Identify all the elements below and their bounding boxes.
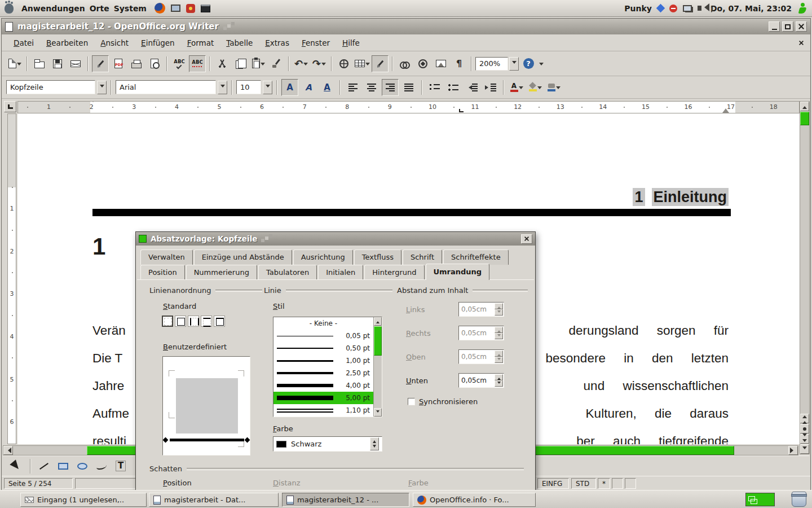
hyperlink-button[interactable] <box>336 55 352 72</box>
line-style-option[interactable]: 1,00 pt <box>273 354 373 367</box>
close-button[interactable] <box>796 21 807 32</box>
toolbar-overflow-icon[interactable] <box>539 63 544 68</box>
workspace-switcher[interactable] <box>745 493 775 506</box>
tab-verwalten[interactable]: Verwalten <box>140 249 193 265</box>
chevron-down-icon[interactable] <box>556 86 561 91</box>
zoom-input[interactable]: 200% <box>475 57 508 71</box>
clock[interactable]: Do, 07. Mai, 23:02 <box>710 4 792 13</box>
numbered-list-button[interactable] <box>426 79 443 96</box>
insert-table-button[interactable] <box>354 55 370 72</box>
panel-menu-item[interactable]: Anwendungen <box>19 4 87 13</box>
window-titlebar[interactable]: magisterarbeit_12 - OpenOffice.org Write… <box>2 19 810 34</box>
panel-menu-item[interactable]: System <box>112 4 149 13</box>
decrease-indent-button[interactable] <box>464 79 480 96</box>
save-button[interactable] <box>49 55 66 72</box>
bold-button[interactable]: A <box>281 79 298 96</box>
line-tool-button[interactable] <box>36 458 52 475</box>
font-color-button[interactable]: A <box>508 79 525 96</box>
scroll-up-button[interactable] <box>374 317 382 326</box>
first-line-indent-marker[interactable] <box>90 101 96 113</box>
run-application-icon[interactable] <box>797 3 807 14</box>
scroll-down-button[interactable] <box>374 408 382 417</box>
preset-no-border[interactable] <box>162 316 173 327</box>
increase-indent-button[interactable] <box>482 79 499 96</box>
preset-top-bottom-border[interactable] <box>201 316 212 327</box>
line-color-select[interactable]: Schwarz <box>273 436 382 452</box>
scroll-right-button[interactable] <box>788 446 798 455</box>
size-dropdown-button[interactable] <box>263 81 272 94</box>
spin-up-button[interactable] <box>495 374 503 380</box>
chevron-down-icon[interactable] <box>261 63 265 68</box>
left-indent-marker[interactable] <box>96 101 103 113</box>
new-document-button[interactable] <box>6 55 23 72</box>
navigator-button[interactable] <box>414 55 431 72</box>
ellipse-tool-button[interactable] <box>74 458 91 475</box>
line-style-option-selected[interactable]: 5,00 pt <box>273 392 373 404</box>
background-color-button[interactable] <box>545 79 562 96</box>
taskbar-item-mail[interactable]: Eingang (1 ungelesen,.. <box>20 493 147 507</box>
right-indent-marker[interactable] <box>722 105 729 113</box>
indent-marker[interactable] <box>90 102 103 113</box>
open-button[interactable] <box>31 55 48 72</box>
find-replace-button[interactable] <box>396 55 413 72</box>
list-scroll-thumb[interactable] <box>374 326 382 356</box>
page-preview-button[interactable] <box>146 55 163 72</box>
close-document-icon[interactable] <box>798 40 804 46</box>
scroll-left-button[interactable] <box>3 446 13 455</box>
spin-down-button[interactable] <box>495 380 503 387</box>
trash-icon[interactable] <box>792 492 806 507</box>
preset-box-border[interactable] <box>175 316 186 327</box>
tab-type-selector[interactable] <box>4 101 16 112</box>
cut-button[interactable] <box>214 55 231 72</box>
tab-textfluss[interactable]: Textfluss <box>354 249 401 265</box>
chevron-down-icon[interactable] <box>537 86 542 91</box>
menu-item[interactable]: Tabelle <box>220 36 259 50</box>
firefox-launcher-icon[interactable] <box>155 3 165 14</box>
line-style-option[interactable]: 4,00 pt <box>273 379 373 392</box>
align-left-button[interactable] <box>345 79 361 96</box>
email-button[interactable] <box>67 55 84 72</box>
chevron-down-icon[interactable] <box>519 86 523 91</box>
tab-schrift[interactable]: Schrift <box>403 249 442 265</box>
monitor-launcher-icon[interactable] <box>171 5 180 12</box>
font-dropdown-button[interactable] <box>218 81 227 94</box>
format-paintbrush-button[interactable] <box>268 55 285 72</box>
menu-item[interactable]: Fenster <box>295 36 336 50</box>
label-synchronize[interactable]: Synchronisieren <box>419 397 478 406</box>
tab-initialen[interactable]: Initialen <box>318 265 363 280</box>
freeform-tool-button[interactable] <box>93 458 110 475</box>
notification-icon[interactable] <box>656 4 665 13</box>
tab-hintergrund[interactable]: Hintergrund <box>364 265 424 280</box>
align-right-button[interactable] <box>382 79 399 96</box>
font-name-input[interactable]: Arial <box>116 80 216 94</box>
menu-item[interactable]: Bearbeiten <box>40 36 94 50</box>
maximize-button[interactable] <box>782 21 793 32</box>
tab-tabulatoren[interactable]: Tabulatoren <box>258 265 317 280</box>
navigation-button[interactable] <box>800 424 809 433</box>
tab-einzuege[interactable]: Einzüge und Abstände <box>194 249 292 265</box>
dialog-close-button[interactable] <box>521 234 532 244</box>
line-style-option[interactable]: 1,10 pt <box>273 404 373 417</box>
menu-item[interactable]: Datei <box>7 36 40 50</box>
games-launcher-icon[interactable] <box>186 4 195 13</box>
help-button[interactable]: ? <box>520 55 537 72</box>
bullet-list-button[interactable] <box>445 79 462 96</box>
nonprinting-characters-button[interactable]: ¶ <box>451 55 467 72</box>
tab-nummerierung[interactable]: Nummerierung <box>186 265 257 280</box>
line-style-list[interactable]: - Keine - 0,05 pt 0,50 pt 1,00 pt 2,50 p… <box>273 317 382 417</box>
network-icon[interactable] <box>683 5 692 12</box>
zoom-dropdown-button[interactable] <box>509 57 519 71</box>
rectangle-tool-button[interactable] <box>55 458 72 475</box>
text-tool-button[interactable]: T <box>112 458 129 475</box>
user-name[interactable]: Punky <box>624 4 652 13</box>
autospellcheck-button[interactable]: ABC <box>189 55 206 72</box>
minimize-button[interactable] <box>769 21 780 32</box>
panel-menu-item[interactable]: Orte <box>87 4 112 13</box>
synchronize-checkbox[interactable] <box>408 398 415 405</box>
edit-file-button[interactable] <box>92 55 109 72</box>
menu-item[interactable]: Format <box>181 36 220 50</box>
menu-item[interactable]: Ansicht <box>94 36 135 50</box>
vertical-scrollbar[interactable] <box>800 101 810 454</box>
highlighting-button[interactable] <box>527 79 544 96</box>
taskbar-item-writer-2-active[interactable]: magisterarbeit_12 - ... <box>282 493 409 507</box>
